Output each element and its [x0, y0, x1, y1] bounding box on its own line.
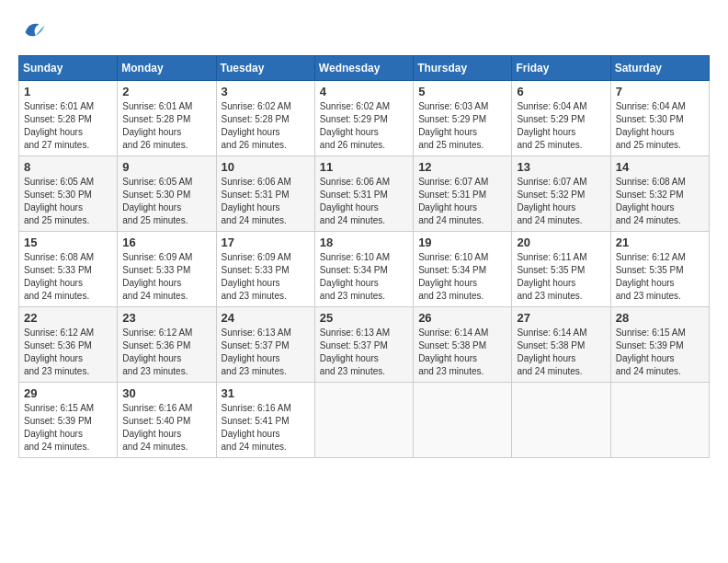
- daylight-duration: and 25 minutes.: [24, 215, 89, 225]
- sunset-label: Sunset: 5:36 PM: [122, 340, 190, 350]
- sunrise-label: Sunrise: 6:01 AM: [122, 101, 192, 111]
- day-info: Sunrise: 6:02 AM Sunset: 5:29 PM Dayligh…: [320, 100, 408, 152]
- daylight-duration: and 23 minutes.: [222, 291, 287, 301]
- daylight-duration: and 23 minutes.: [122, 366, 188, 376]
- calendar-week-row: 22 Sunrise: 6:12 AM Sunset: 5:36 PM Dayl…: [19, 307, 710, 383]
- sunrise-label: Sunrise: 6:13 AM: [222, 327, 291, 338]
- sunrise-label: Sunrise: 6:12 AM: [616, 252, 686, 262]
- day-info: Sunrise: 6:01 AM Sunset: 5:28 PM Dayligh…: [122, 100, 210, 152]
- daylight-duration: and 24 minutes.: [24, 442, 89, 452]
- day-info: Sunrise: 6:14 AM Sunset: 5:38 PM Dayligh…: [517, 327, 605, 378]
- day-number: 18: [320, 236, 408, 249]
- daylight-label: Daylight hours: [24, 127, 83, 137]
- calendar-cell: 18 Sunrise: 6:10 AM Sunset: 5:34 PM Dayl…: [314, 232, 413, 307]
- calendar-cell: 3 Sunrise: 6:02 AM Sunset: 5:28 PM Dayli…: [216, 81, 314, 156]
- sunset-label: Sunset: 5:35 PM: [517, 265, 585, 275]
- calendar-cell: 2 Sunrise: 6:01 AM Sunset: 5:28 PM Dayli…: [118, 81, 216, 156]
- day-number: 24: [222, 311, 310, 325]
- calendar-week-row: 8 Sunrise: 6:05 AM Sunset: 5:30 PM Dayli…: [19, 156, 710, 232]
- day-number: 31: [222, 386, 310, 400]
- sunset-label: Sunset: 5:33 PM: [24, 265, 92, 275]
- daylight-label: Daylight hours: [222, 202, 280, 213]
- day-info: Sunrise: 6:07 AM Sunset: 5:31 PM Dayligh…: [418, 176, 506, 227]
- day-info: Sunrise: 6:04 AM Sunset: 5:30 PM Dayligh…: [616, 100, 704, 152]
- sunrise-label: Sunrise: 6:15 AM: [24, 403, 94, 413]
- logo: [18, 18, 50, 46]
- daylight-label: Daylight hours: [320, 127, 379, 137]
- daylight-label: Daylight hours: [24, 278, 83, 288]
- daylight-duration: and 24 minutes.: [222, 215, 287, 225]
- calendar-cell: 6 Sunrise: 6:04 AM Sunset: 5:29 PM Dayli…: [512, 81, 610, 156]
- calendar-cell: 22 Sunrise: 6:12 AM Sunset: 5:36 PM Dayl…: [19, 307, 118, 383]
- calendar-cell: 5 Sunrise: 6:03 AM Sunset: 5:29 PM Dayli…: [414, 81, 512, 156]
- day-number: 15: [24, 236, 112, 249]
- daylight-duration: and 23 minutes.: [517, 291, 582, 301]
- daylight-label: Daylight hours: [418, 202, 477, 213]
- sunset-label: Sunset: 5:29 PM: [517, 114, 585, 124]
- sunrise-label: Sunrise: 6:10 AM: [320, 252, 390, 262]
- sunset-label: Sunset: 5:38 PM: [418, 340, 486, 350]
- calendar-cell: 24 Sunrise: 6:13 AM Sunset: 5:37 PM Dayl…: [216, 307, 314, 383]
- calendar-cell: 14 Sunrise: 6:08 AM Sunset: 5:32 PM Dayl…: [610, 156, 709, 232]
- daylight-duration: and 24 minutes.: [24, 291, 89, 301]
- day-number: 4: [320, 85, 408, 98]
- daylight-duration: and 23 minutes.: [418, 366, 483, 376]
- sunrise-label: Sunrise: 6:16 AM: [222, 403, 291, 413]
- calendar-cell: 17 Sunrise: 6:09 AM Sunset: 5:33 PM Dayl…: [216, 232, 314, 307]
- day-number: 21: [616, 236, 704, 249]
- day-info: Sunrise: 6:14 AM Sunset: 5:38 PM Dayligh…: [418, 327, 506, 378]
- daylight-duration: and 24 minutes.: [122, 291, 188, 301]
- sunrise-label: Sunrise: 6:07 AM: [517, 177, 586, 187]
- sunrise-label: Sunrise: 6:07 AM: [418, 177, 488, 187]
- calendar-week-row: 1 Sunrise: 6:01 AM Sunset: 5:28 PM Dayli…: [19, 81, 710, 156]
- daylight-duration: and 25 minutes.: [616, 140, 681, 150]
- sunrise-label: Sunrise: 6:08 AM: [24, 252, 94, 262]
- daylight-label: Daylight hours: [320, 202, 379, 213]
- calendar-cell: 28 Sunrise: 6:15 AM Sunset: 5:39 PM Dayl…: [610, 307, 709, 383]
- daylight-duration: and 24 minutes.: [616, 215, 681, 225]
- day-info: Sunrise: 6:12 AM Sunset: 5:36 PM Dayligh…: [122, 327, 210, 378]
- sunrise-label: Sunrise: 6:16 AM: [122, 403, 192, 413]
- day-number: 28: [616, 311, 704, 325]
- daylight-label: Daylight hours: [616, 353, 675, 363]
- day-info: Sunrise: 6:06 AM Sunset: 5:31 PM Dayligh…: [320, 176, 408, 227]
- calendar-cell: 30 Sunrise: 6:16 AM Sunset: 5:40 PM Dayl…: [118, 383, 216, 458]
- sunrise-label: Sunrise: 6:04 AM: [517, 101, 586, 111]
- sunrise-label: Sunrise: 6:11 AM: [517, 252, 586, 262]
- daylight-label: Daylight hours: [122, 429, 181, 439]
- day-info: Sunrise: 6:09 AM Sunset: 5:33 PM Dayligh…: [122, 251, 210, 303]
- daylight-label: Daylight hours: [517, 127, 575, 137]
- calendar-cell: 21 Sunrise: 6:12 AM Sunset: 5:35 PM Dayl…: [610, 232, 709, 307]
- day-info: Sunrise: 6:12 AM Sunset: 5:36 PM Dayligh…: [24, 327, 112, 378]
- sunset-label: Sunset: 5:30 PM: [616, 114, 684, 124]
- daylight-duration: and 25 minutes.: [517, 140, 582, 150]
- calendar-cell: 20 Sunrise: 6:11 AM Sunset: 5:35 PM Dayl…: [512, 232, 610, 307]
- day-number: 14: [616, 160, 704, 174]
- calendar-day-header: Monday: [118, 56, 216, 81]
- day-number: 2: [122, 85, 210, 98]
- day-info: Sunrise: 6:08 AM Sunset: 5:32 PM Dayligh…: [616, 176, 704, 227]
- sunset-label: Sunset: 5:28 PM: [24, 114, 92, 124]
- day-info: Sunrise: 6:01 AM Sunset: 5:28 PM Dayligh…: [24, 100, 112, 152]
- sunrise-label: Sunrise: 6:14 AM: [418, 327, 488, 338]
- daylight-duration: and 24 minutes.: [517, 215, 582, 225]
- day-number: 3: [222, 85, 310, 98]
- logo-icon: [18, 18, 46, 46]
- calendar-cell: 8 Sunrise: 6:05 AM Sunset: 5:30 PM Dayli…: [19, 156, 118, 232]
- daylight-duration: and 27 minutes.: [24, 140, 89, 150]
- day-number: 10: [222, 160, 310, 174]
- day-number: 27: [517, 311, 605, 325]
- sunset-label: Sunset: 5:31 PM: [222, 190, 290, 200]
- daylight-label: Daylight hours: [122, 353, 181, 363]
- calendar-week-row: 15 Sunrise: 6:08 AM Sunset: 5:33 PM Dayl…: [19, 232, 710, 307]
- daylight-duration: and 23 minutes.: [418, 291, 483, 301]
- daylight-duration: and 26 minutes.: [320, 140, 385, 150]
- daylight-duration: and 24 minutes.: [320, 215, 385, 225]
- sunrise-label: Sunrise: 6:02 AM: [320, 101, 390, 111]
- calendar-cell: [512, 383, 610, 458]
- calendar-cell: 7 Sunrise: 6:04 AM Sunset: 5:30 PM Dayli…: [610, 81, 709, 156]
- sunrise-label: Sunrise: 6:13 AM: [320, 327, 390, 338]
- daylight-duration: and 23 minutes.: [320, 366, 385, 376]
- sunset-label: Sunset: 5:35 PM: [616, 265, 684, 275]
- daylight-label: Daylight hours: [24, 429, 83, 439]
